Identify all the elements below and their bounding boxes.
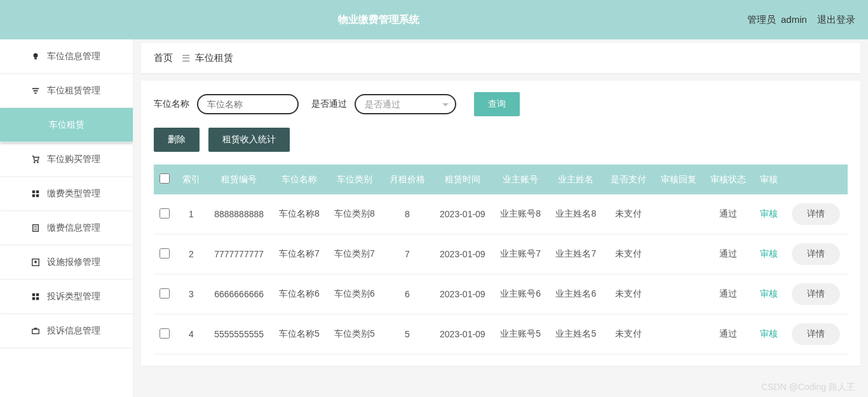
- sidebar-item-label: 设施报修管理: [47, 257, 100, 268]
- svg-rect-2: [32, 88, 39, 89]
- breadcrumb-home[interactable]: 首页: [154, 52, 173, 64]
- cell-reply: [653, 314, 703, 354]
- cell-reply: [653, 234, 703, 274]
- audit-link[interactable]: 审核: [760, 208, 778, 219]
- breadcrumb: 首页 ☰ 车位租赁: [141, 43, 860, 73]
- col-header-2: 租赁编号: [207, 165, 271, 194]
- cell-acct: 业主账号5: [493, 314, 548, 354]
- cell-idx: 1: [176, 194, 207, 234]
- svg-point-0: [34, 53, 38, 57]
- cell-idx: 3: [176, 274, 207, 314]
- logout-link[interactable]: 退出登录: [817, 14, 855, 25]
- col-header-13: [784, 165, 848, 194]
- delete-button[interactable]: 删除: [154, 128, 200, 152]
- sidebar-item-3[interactable]: 车位购买管理: [0, 142, 133, 177]
- cell-name: 车位名称7: [271, 234, 327, 274]
- sidebar-item-label: 车位租赁管理: [47, 85, 100, 97]
- stats-button[interactable]: 租赁收入统计: [208, 128, 290, 152]
- breadcrumb-current: 车位租赁: [195, 52, 233, 64]
- data-table: 索引租赁编号车位名称车位类别月租价格租赁时间业主账号业主姓名是否支付审核回复审核…: [154, 165, 848, 354]
- cell-price: 7: [383, 234, 433, 274]
- cell-audit: 审核: [754, 194, 784, 234]
- cell-price: 5: [383, 314, 433, 354]
- cell-pay: 未支付: [604, 234, 654, 274]
- cell-name: 车位名称8: [271, 194, 327, 234]
- svg-rect-18: [32, 297, 35, 299]
- sidebar-item-1[interactable]: 车位租赁管理: [0, 74, 133, 108]
- row-checkbox[interactable]: [159, 208, 170, 219]
- detail-button[interactable]: 详情: [792, 283, 840, 305]
- action-row: 删除 租赁收入统计: [154, 128, 848, 152]
- audit-link[interactable]: 审核: [760, 328, 778, 339]
- sidebar-item-6[interactable]: 设施报修管理: [0, 245, 133, 279]
- cell-no: 5555555555: [207, 314, 271, 354]
- cell-owner: 业主姓名8: [548, 194, 604, 234]
- watermark: CSDN @Coding 路人王: [761, 382, 855, 393]
- cell-owner: 业主姓名7: [548, 234, 604, 274]
- sidebar-item-7[interactable]: 投诉类型管理: [0, 279, 133, 314]
- cell-cat: 车位类别5: [327, 314, 382, 354]
- svg-rect-16: [32, 293, 35, 295]
- cell-reply: [653, 274, 703, 314]
- sidebar: 车位信息管理车位租赁管理车位租赁车位购买管理缴费类型管理缴费信息管理设施报修管理…: [0, 39, 133, 397]
- filter-icon: [31, 86, 41, 96]
- audit-link[interactable]: 审核: [760, 288, 778, 299]
- app-title: 物业缴费管理系统: [13, 13, 745, 27]
- svg-rect-8: [36, 190, 39, 192]
- row-checkbox[interactable]: [159, 288, 170, 299]
- svg-point-5: [34, 161, 36, 163]
- cell-price: 6: [383, 274, 433, 314]
- svg-rect-7: [32, 190, 35, 192]
- cell-time: 2023-01-09: [432, 274, 493, 314]
- filter-pass-label: 是否通过: [311, 98, 347, 110]
- sidebar-item-2[interactable]: 车位租赁: [0, 108, 133, 142]
- sidebar-item-label: 投诉类型管理: [47, 291, 100, 302]
- header-user-area: 管理员 admin 退出登录: [745, 14, 855, 26]
- user-name: admin: [781, 14, 807, 25]
- sidebar-item-4[interactable]: 缴费类型管理: [0, 177, 133, 211]
- sidebar-item-0[interactable]: 车位信息管理: [0, 39, 133, 74]
- sidebar-item-label: 车位信息管理: [47, 51, 100, 62]
- cell-detail: 详情: [784, 314, 848, 354]
- col-header-5: 月租价格: [383, 165, 433, 194]
- cell-detail: 详情: [784, 234, 848, 274]
- select-all-checkbox[interactable]: [159, 173, 170, 184]
- cell-check: [154, 274, 176, 314]
- cell-name: 车位名称5: [271, 314, 327, 354]
- parking-name-input[interactable]: [197, 94, 299, 114]
- cart-icon: [31, 154, 41, 165]
- sidebar-item-8[interactable]: 投诉信息管理: [0, 314, 133, 348]
- col-header-8: 业主姓名: [548, 165, 604, 194]
- col-header-10: 审核回复: [653, 165, 703, 194]
- cell-time: 2023-01-09: [432, 194, 493, 234]
- cell-cat: 车位类别6: [327, 274, 382, 314]
- row-checkbox[interactable]: [159, 328, 170, 339]
- cell-status: 通过: [703, 314, 754, 354]
- content-panel: 车位名称 是否通过 是否通过 查询 删除 租赁收入统计 索引租赁编号车位名称车位…: [141, 81, 860, 366]
- svg-rect-1: [34, 57, 37, 59]
- detail-button[interactable]: 详情: [792, 243, 840, 265]
- col-header-9: 是否支付: [604, 165, 654, 194]
- svg-point-6: [37, 161, 39, 163]
- detail-button[interactable]: 详情: [792, 203, 840, 225]
- sidebar-item-5[interactable]: 缴费信息管理: [0, 211, 133, 245]
- row-checkbox[interactable]: [159, 248, 170, 259]
- col-header-12: 审核: [754, 165, 784, 194]
- header: 物业缴费管理系统 管理员 admin 退出登录: [0, 0, 868, 39]
- pass-select[interactable]: 是否通过: [355, 94, 456, 114]
- cell-audit: 审核: [754, 314, 784, 354]
- cell-cat: 车位类别8: [327, 194, 382, 234]
- main-content: 首页 ☰ 车位租赁 车位名称 是否通过 是否通过 查询 删除 租赁收入统计: [133, 39, 868, 397]
- detail-button[interactable]: 详情: [792, 323, 840, 345]
- col-header-6: 租赁时间: [432, 165, 493, 194]
- filter-row: 车位名称 是否通过 是否通过 查询: [154, 92, 848, 116]
- query-button[interactable]: 查询: [474, 92, 520, 116]
- audit-link[interactable]: 审核: [760, 248, 778, 259]
- filter-name-label: 车位名称: [154, 98, 189, 110]
- cell-cat: 车位类别7: [327, 234, 382, 274]
- grid-icon: [31, 189, 41, 199]
- cell-check: [154, 314, 176, 354]
- cell-name: 车位名称6: [271, 274, 327, 314]
- table-row: 36666666666车位名称6车位类别662023-01-09业主账号6业主姓…: [154, 274, 848, 314]
- cell-no: 8888888888: [207, 194, 271, 234]
